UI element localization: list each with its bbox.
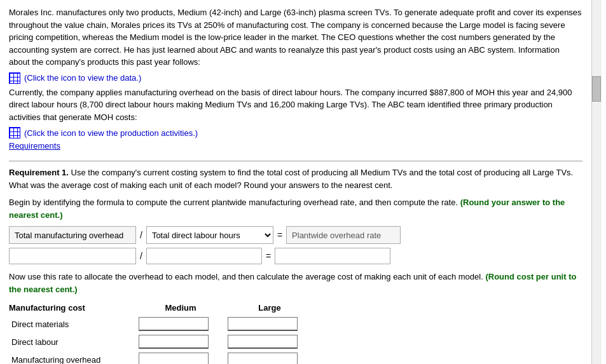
table-row: Direct labour [9, 333, 314, 351]
formula-slash1: / [140, 230, 142, 240]
formula-row-inputs: / = [9, 248, 582, 264]
col-header-medium: Medium [136, 302, 225, 315]
scrollbar-thumb[interactable] [592, 76, 601, 102]
cell-oh-large [225, 351, 314, 364]
cell-dm-large [225, 315, 314, 333]
cell-dl-medium [136, 333, 225, 351]
input-oh-medium[interactable] [139, 353, 209, 364]
formula-equals1: = [277, 230, 282, 240]
scrollbar[interactable] [591, 0, 602, 364]
cell-dm-medium [136, 315, 225, 333]
table-section: Manufacturing cost Medium Large Direct m… [9, 302, 582, 364]
click-data-link[interactable]: (Click the icon to view the data.) [24, 73, 141, 83]
table-row: Manufacturing overhead [9, 351, 314, 364]
row-label-mfg-overhead: Manufacturing overhead [9, 351, 136, 364]
instruction1: Begin by identifying the formula to comp… [9, 196, 582, 221]
intro-paragraph2: Currently, the company applies manufactu… [9, 86, 582, 124]
click-data-row: (Click the icon to view the data.) [9, 72, 582, 84]
grid-icon-data[interactable] [9, 72, 20, 84]
requirements-link[interactable]: Requirements [9, 141, 60, 151]
instruction1-text: Begin by identifying the formula to comp… [9, 198, 458, 207]
cost-table: Manufacturing cost Medium Large Direct m… [9, 302, 314, 364]
row-label-direct-materials: Direct materials [9, 315, 136, 333]
main-content: Morales Inc. manufactures only two produ… [0, 0, 591, 364]
cell-dl-large [225, 333, 314, 351]
requirement-title: Requirement 1. [9, 168, 69, 177]
input-oh-large[interactable] [228, 353, 298, 364]
click-activities-row: (Click the icon to view the production a… [9, 127, 582, 138]
formula-numerator-input[interactable] [9, 248, 136, 264]
cell-oh-medium [136, 351, 225, 364]
formula-denominator-select[interactable]: Total direct labour hours Total units pr… [146, 226, 273, 244]
formula-equals2: = [266, 251, 271, 261]
col-header-manufacturing-cost: Manufacturing cost [9, 302, 136, 315]
requirement-title-text: Use the company's current costing system… [9, 168, 573, 190]
formula-result-label: Plantwide overhead rate [286, 226, 401, 244]
page-container: Morales Inc. manufactures only two produ… [0, 0, 606, 364]
intro-paragraph1: Morales Inc. manufactures only two produ… [9, 6, 582, 69]
click-activities-link[interactable]: (Click the icon to view the production a… [24, 128, 198, 138]
instruction2-text: Now use this rate to allocate the overhe… [9, 272, 483, 281]
separator [9, 161, 582, 161]
row-label-direct-labour: Direct labour [9, 333, 136, 351]
requirement1-text: Requirement 1. Use the company's current… [9, 166, 582, 191]
table-row: Direct materials [9, 315, 314, 333]
input-dl-large[interactable] [228, 335, 298, 349]
formula-slash2: / [140, 251, 142, 261]
table-header-row: Manufacturing cost Medium Large [9, 302, 314, 315]
formula-denominator-input[interactable] [146, 248, 262, 264]
input-dm-medium[interactable] [139, 317, 209, 331]
formula-row-labels: Total manufacturing overhead / Total dir… [9, 226, 582, 244]
input-dm-large[interactable] [228, 317, 298, 331]
col-header-large: Large [225, 302, 314, 315]
formula-section: Total manufacturing overhead / Total dir… [9, 226, 582, 264]
formula-numerator-label: Total manufacturing overhead [9, 226, 136, 244]
grid-icon-activities[interactable] [9, 127, 20, 138]
formula-result-input[interactable] [275, 248, 390, 264]
input-dl-medium[interactable] [139, 335, 209, 349]
instruction2: Now use this rate to allocate the overhe… [9, 271, 582, 295]
